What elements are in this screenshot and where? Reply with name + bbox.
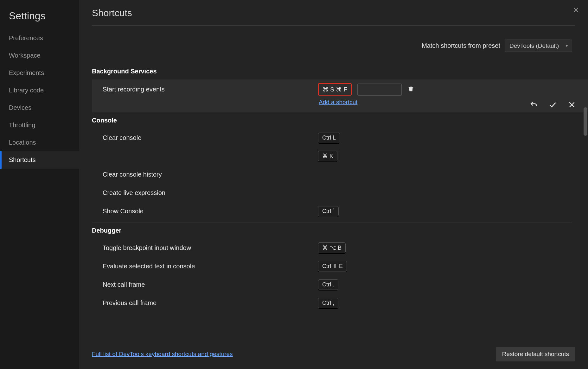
shortcut-row[interactable]: Next call frame Ctrl . (92, 275, 588, 294)
sidebar-item-label: Throttling (9, 122, 35, 128)
shortcut-label: Start recording events (103, 86, 318, 93)
shortcut-label: Evaluate selected text in console (103, 263, 318, 270)
settings-main: ✕ Shortcuts Match shortcuts from preset … (79, 0, 588, 369)
kbd: Ctrl ` (318, 206, 339, 216)
shortcut-label: Next call frame (103, 281, 318, 288)
section-debugger: Debugger Toggle breakpoint input window … (92, 222, 588, 312)
shortcut-row[interactable]: Toggle breakpoint input window ⌘ ⌥ B (92, 239, 588, 257)
close-icon[interactable]: ✕ (573, 6, 579, 14)
sidebar-item-preferences[interactable]: Preferences (0, 29, 79, 47)
sidebar-title: Settings (0, 8, 79, 29)
trash-icon[interactable] (407, 85, 414, 94)
undo-icon[interactable] (530, 101, 538, 110)
scrollbar-track[interactable] (583, 26, 588, 341)
shortcut-label: Clear console history (103, 171, 318, 178)
preset-label: Match shortcuts from preset (422, 42, 500, 49)
sidebar-item-label: Experiments (9, 69, 44, 76)
section-heading: Console (92, 112, 572, 128)
sidebar-item-experiments[interactable]: Experiments (0, 64, 79, 82)
settings-window: Settings Preferences Workspace Experimen… (0, 0, 588, 369)
preset-select-wrap: DevTools (Default) (505, 40, 572, 52)
shortcut-input-group: ⌘ S ⌘ F (318, 83, 414, 96)
sidebar-item-label: Shortcuts (9, 156, 35, 163)
shortcut-label: Show Console (103, 208, 318, 215)
sidebar-item-workspace[interactable]: Workspace (0, 47, 79, 64)
add-shortcut-link[interactable]: Add a shortcut (92, 96, 358, 106)
shortcut-label: Previous call frame (103, 299, 318, 307)
full-list-link[interactable]: Full list of DevTools keyboard shortcuts… (92, 351, 233, 358)
preset-select[interactable]: DevTools (Default) (505, 40, 572, 52)
page-title: Shortcuts (92, 8, 575, 26)
shortcut-row[interactable]: Clear console history (92, 165, 572, 184)
shortcut-row[interactable]: Previous call frame Ctrl , (92, 294, 588, 312)
sidebar-item-label: Devices (9, 104, 31, 111)
restore-defaults-button[interactable]: Restore default shortcuts (496, 347, 575, 361)
shortcut-row[interactable]: Clear console Ctrl L (92, 128, 572, 147)
kbd: ⌘ K (318, 151, 337, 161)
kbd: Ctrl ⇧ E (318, 261, 347, 272)
kbd: Ctrl . (318, 279, 338, 290)
sidebar-item-throttling[interactable]: Throttling (0, 116, 79, 134)
section-heading: Background Services (92, 63, 588, 79)
sidebar-item-label: Locations (9, 139, 36, 146)
shortcut-capture-input[interactable]: ⌘ S ⌘ F (318, 83, 352, 96)
main-header: Shortcuts (79, 0, 588, 26)
sidebar-item-label: Workspace (9, 52, 41, 59)
kbd: ⌘ ⌥ B (318, 242, 346, 253)
section-console: Console Clear console Ctrl L ⌘ K Clear c… (92, 112, 572, 222)
preset-row: Match shortcuts from preset DevTools (De… (92, 26, 588, 63)
sidebar-item-label: Library code (9, 87, 44, 94)
shortcut-label: Clear console (103, 134, 318, 141)
section-heading: Debugger (92, 222, 588, 239)
kbd: Ctrl , (318, 298, 338, 308)
sidebar-item-devices[interactable]: Devices (0, 99, 79, 116)
kbd: Ctrl L (318, 133, 340, 143)
scrollbar-thumb[interactable] (584, 107, 587, 136)
shortcuts-content: Match shortcuts from preset DevTools (De… (79, 26, 588, 341)
footer: Full list of DevTools keyboard shortcuts… (79, 341, 588, 369)
sidebar-item-library-code[interactable]: Library code (0, 82, 79, 99)
shortcut-row[interactable]: Create live expression (92, 184, 572, 202)
sidebar-item-label: Preferences (9, 34, 43, 41)
shortcut-label: Create live expression (103, 189, 318, 197)
check-icon[interactable] (549, 101, 557, 110)
sidebar-item-locations[interactable]: Locations (0, 134, 79, 151)
section-background-services: Background Services Start recording even… (92, 63, 588, 112)
shortcut-label: Toggle breakpoint input window (103, 244, 318, 252)
cancel-icon[interactable] (568, 101, 576, 110)
shortcut-row[interactable]: ⌘ K (92, 147, 572, 165)
settings-sidebar: Settings Preferences Workspace Experimen… (0, 0, 79, 369)
shortcut-edit-row: Start recording events ⌘ S ⌘ F Add a sho… (92, 79, 588, 112)
sidebar-item-shortcuts[interactable]: Shortcuts (0, 151, 79, 169)
shortcut-capture-empty[interactable] (357, 84, 402, 96)
shortcut-row[interactable]: Show Console Ctrl ` (92, 202, 572, 220)
shortcut-row[interactable]: Evaluate selected text in console Ctrl ⇧… (92, 257, 588, 275)
